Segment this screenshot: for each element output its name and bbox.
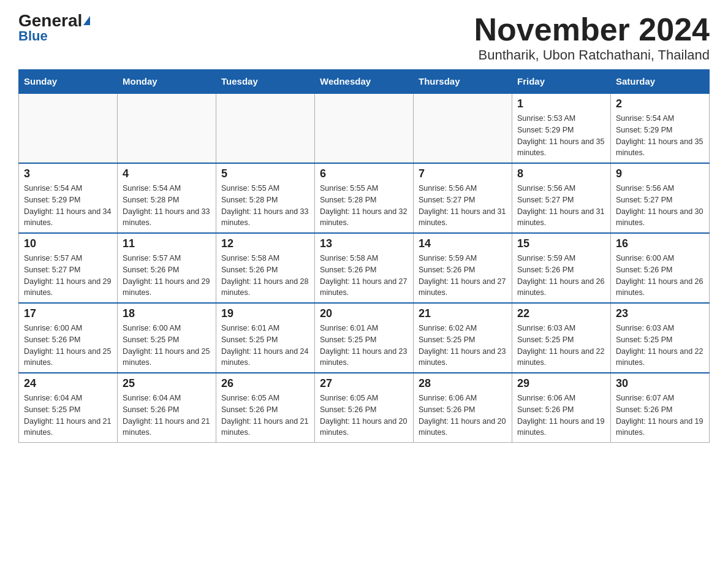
calendar-cell: 21Sunrise: 6:02 AMSunset: 5:25 PMDayligh… [414, 303, 512, 373]
sun-info: Sunrise: 6:05 AMSunset: 5:26 PMDaylight:… [221, 393, 309, 439]
calendar-cell: 12Sunrise: 5:58 AMSunset: 5:26 PMDayligh… [216, 233, 315, 303]
sun-info: Sunrise: 6:07 AMSunset: 5:26 PMDaylight:… [616, 393, 704, 439]
calendar-cell: 17Sunrise: 6:00 AMSunset: 5:26 PMDayligh… [19, 303, 118, 373]
day-number: 13 [320, 237, 408, 250]
page-header: General Blue November 2024 Buntharik, Ub… [18, 12, 710, 63]
calendar-cell: 28Sunrise: 6:06 AMSunset: 5:26 PMDayligh… [414, 373, 512, 443]
day-number: 9 [616, 167, 704, 180]
day-number: 3 [24, 167, 112, 180]
day-number: 27 [320, 377, 408, 390]
sun-info: Sunrise: 6:03 AMSunset: 5:25 PMDaylight:… [517, 323, 605, 369]
calendar-cell [19, 93, 118, 163]
calendar-cell: 2Sunrise: 5:54 AMSunset: 5:29 PMDaylight… [611, 93, 710, 163]
weekday-header-friday: Friday [512, 70, 611, 94]
day-number: 21 [419, 307, 507, 320]
calendar-cell: 20Sunrise: 6:01 AMSunset: 5:25 PMDayligh… [315, 303, 414, 373]
sun-info: Sunrise: 5:56 AMSunset: 5:27 PMDaylight:… [419, 183, 507, 229]
day-number: 7 [419, 167, 507, 180]
sun-info: Sunrise: 5:57 AMSunset: 5:27 PMDaylight:… [24, 253, 112, 299]
calendar-week-3: 10Sunrise: 5:57 AMSunset: 5:27 PMDayligh… [19, 233, 710, 303]
weekday-header-thursday: Thursday [414, 70, 512, 94]
sun-info: Sunrise: 5:53 AMSunset: 5:29 PMDaylight:… [517, 113, 605, 159]
sun-info: Sunrise: 5:57 AMSunset: 5:26 PMDaylight:… [123, 253, 211, 299]
calendar-cell: 15Sunrise: 5:59 AMSunset: 5:26 PMDayligh… [512, 233, 611, 303]
calendar-cell: 25Sunrise: 6:04 AMSunset: 5:26 PMDayligh… [118, 373, 216, 443]
sun-info: Sunrise: 5:54 AMSunset: 5:28 PMDaylight:… [123, 183, 211, 229]
day-number: 2 [616, 98, 704, 110]
calendar-cell: 11Sunrise: 5:57 AMSunset: 5:26 PMDayligh… [118, 233, 216, 303]
sun-info: Sunrise: 6:04 AMSunset: 5:26 PMDaylight:… [123, 393, 211, 439]
calendar-week-5: 24Sunrise: 6:04 AMSunset: 5:25 PMDayligh… [19, 373, 710, 443]
sun-info: Sunrise: 6:06 AMSunset: 5:26 PMDaylight:… [419, 393, 507, 439]
sun-info: Sunrise: 5:55 AMSunset: 5:28 PMDaylight:… [221, 183, 309, 229]
weekday-header-wednesday: Wednesday [315, 70, 414, 94]
sun-info: Sunrise: 6:03 AMSunset: 5:25 PMDaylight:… [616, 323, 704, 369]
calendar-cell: 10Sunrise: 5:57 AMSunset: 5:27 PMDayligh… [19, 233, 118, 303]
calendar-cell [118, 93, 216, 163]
day-number: 15 [517, 237, 605, 250]
sun-info: Sunrise: 5:55 AMSunset: 5:28 PMDaylight:… [320, 183, 408, 229]
day-number: 30 [616, 377, 704, 390]
day-number: 5 [221, 167, 309, 180]
calendar-week-4: 17Sunrise: 6:00 AMSunset: 5:26 PMDayligh… [19, 303, 710, 373]
sun-info: Sunrise: 5:58 AMSunset: 5:26 PMDaylight:… [320, 253, 408, 299]
sun-info: Sunrise: 6:04 AMSunset: 5:25 PMDaylight:… [24, 393, 112, 439]
day-number: 16 [616, 237, 704, 250]
calendar-cell: 26Sunrise: 6:05 AMSunset: 5:26 PMDayligh… [216, 373, 315, 443]
day-number: 29 [517, 377, 605, 390]
calendar-cell: 24Sunrise: 6:04 AMSunset: 5:25 PMDayligh… [19, 373, 118, 443]
day-number: 11 [123, 237, 211, 250]
calendar-cell [315, 93, 414, 163]
calendar-cell: 18Sunrise: 6:00 AMSunset: 5:25 PMDayligh… [118, 303, 216, 373]
day-number: 17 [24, 307, 112, 320]
month-title: November 2024 [474, 12, 710, 47]
calendar-cell: 8Sunrise: 5:56 AMSunset: 5:27 PMDaylight… [512, 163, 611, 233]
day-number: 20 [320, 307, 408, 320]
weekday-header-sunday: Sunday [19, 70, 118, 94]
calendar-cell: 16Sunrise: 6:00 AMSunset: 5:26 PMDayligh… [611, 233, 710, 303]
weekday-header-tuesday: Tuesday [216, 70, 315, 94]
calendar-cell: 19Sunrise: 6:01 AMSunset: 5:25 PMDayligh… [216, 303, 315, 373]
calendar-week-2: 3Sunrise: 5:54 AMSunset: 5:29 PMDaylight… [19, 163, 710, 233]
calendar-cell: 22Sunrise: 6:03 AMSunset: 5:25 PMDayligh… [512, 303, 611, 373]
day-number: 18 [123, 307, 211, 320]
sun-info: Sunrise: 6:01 AMSunset: 5:25 PMDaylight:… [221, 323, 309, 369]
calendar-cell: 23Sunrise: 6:03 AMSunset: 5:25 PMDayligh… [611, 303, 710, 373]
sun-info: Sunrise: 6:05 AMSunset: 5:26 PMDaylight:… [320, 393, 408, 439]
sun-info: Sunrise: 6:00 AMSunset: 5:26 PMDaylight:… [616, 253, 704, 299]
day-number: 8 [517, 167, 605, 180]
day-number: 14 [419, 237, 507, 250]
calendar-cell [216, 93, 315, 163]
calendar-week-1: 1Sunrise: 5:53 AMSunset: 5:29 PMDaylight… [19, 93, 710, 163]
sun-info: Sunrise: 5:58 AMSunset: 5:26 PMDaylight:… [221, 253, 309, 299]
calendar-cell: 14Sunrise: 5:59 AMSunset: 5:26 PMDayligh… [414, 233, 512, 303]
location-title: Buntharik, Ubon Ratchathani, Thailand [474, 47, 710, 63]
calendar-cell: 29Sunrise: 6:06 AMSunset: 5:26 PMDayligh… [512, 373, 611, 443]
weekday-header-saturday: Saturday [611, 70, 710, 94]
logo-sub: Blue [18, 28, 48, 44]
day-number: 19 [221, 307, 309, 320]
sun-info: Sunrise: 5:59 AMSunset: 5:26 PMDaylight:… [419, 253, 507, 299]
day-number: 1 [517, 98, 605, 110]
calendar-cell: 6Sunrise: 5:55 AMSunset: 5:28 PMDaylight… [315, 163, 414, 233]
sun-info: Sunrise: 5:59 AMSunset: 5:26 PMDaylight:… [517, 253, 605, 299]
calendar-cell: 4Sunrise: 5:54 AMSunset: 5:28 PMDaylight… [118, 163, 216, 233]
day-number: 10 [24, 237, 112, 250]
calendar-cell: 9Sunrise: 5:56 AMSunset: 5:27 PMDaylight… [611, 163, 710, 233]
calendar-cell: 5Sunrise: 5:55 AMSunset: 5:28 PMDaylight… [216, 163, 315, 233]
day-number: 24 [24, 377, 112, 390]
sun-info: Sunrise: 5:56 AMSunset: 5:27 PMDaylight:… [616, 183, 704, 229]
sun-info: Sunrise: 6:06 AMSunset: 5:26 PMDaylight:… [517, 393, 605, 439]
calendar-cell: 30Sunrise: 6:07 AMSunset: 5:26 PMDayligh… [611, 373, 710, 443]
logo: General Blue [18, 12, 90, 44]
day-number: 23 [616, 307, 704, 320]
calendar-cell: 3Sunrise: 5:54 AMSunset: 5:29 PMDaylight… [19, 163, 118, 233]
sun-info: Sunrise: 6:02 AMSunset: 5:25 PMDaylight:… [419, 323, 507, 369]
sun-info: Sunrise: 6:01 AMSunset: 5:25 PMDaylight:… [320, 323, 408, 369]
weekday-header-monday: Monday [118, 70, 216, 94]
calendar-cell: 27Sunrise: 6:05 AMSunset: 5:26 PMDayligh… [315, 373, 414, 443]
calendar-cell: 1Sunrise: 5:53 AMSunset: 5:29 PMDaylight… [512, 93, 611, 163]
calendar-cell [414, 93, 512, 163]
sun-info: Sunrise: 6:00 AMSunset: 5:26 PMDaylight:… [24, 323, 112, 369]
calendar-table: SundayMondayTuesdayWednesdayThursdayFrid… [18, 69, 710, 443]
